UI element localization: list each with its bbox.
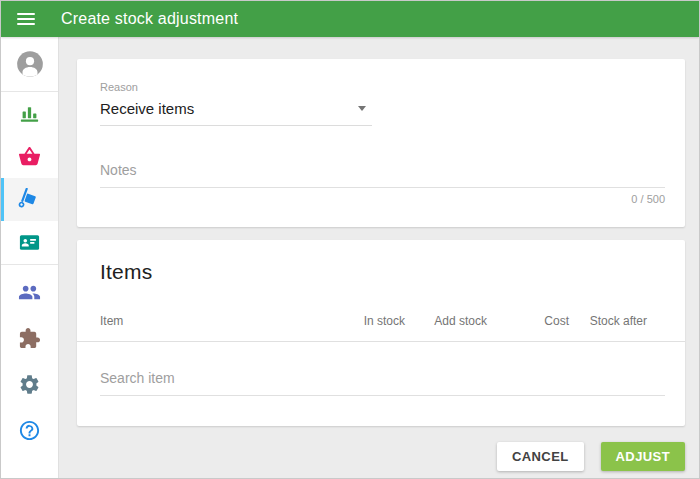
contact-card-icon [18, 231, 41, 254]
sidebar-item-account[interactable] [1, 37, 58, 92]
sidebar-item-apps[interactable] [1, 315, 58, 361]
notes-char-counter: 0 / 500 [100, 193, 665, 205]
gear-icon [18, 373, 41, 396]
sidebar-item-settings[interactable] [1, 361, 58, 407]
hamburger-menu-icon[interactable] [17, 13, 35, 25]
table-header-divider [77, 341, 685, 342]
hand-truck-icon [18, 188, 41, 211]
reason-select[interactable]: Reason Receive items [100, 81, 372, 126]
notes-input[interactable] [100, 158, 665, 188]
sidebar-item-reports[interactable] [1, 92, 58, 135]
page-title: Create stock adjustment [61, 10, 238, 28]
sidebar-item-customers[interactable] [1, 221, 58, 264]
sidebar-item-inventory-selected[interactable] [1, 178, 58, 221]
column-header-cost: Cost [487, 314, 569, 328]
adjustment-form-card: Reason Receive items 0 / 500 [77, 59, 685, 227]
items-card: Items Item In stock Add stock Cost Stock… [77, 240, 685, 426]
app-window: Create stock adjustment [1, 1, 699, 478]
sidebar-item-help[interactable] [1, 407, 58, 453]
people-icon [18, 281, 41, 304]
search-item-input[interactable] [100, 366, 665, 396]
reason-label: Reason [100, 81, 372, 93]
sidebar-item-items[interactable] [1, 135, 58, 178]
action-bar: CANCEL ADJUST [77, 442, 685, 478]
reason-value: Receive items [100, 100, 194, 117]
column-header-in-stock: In stock [315, 314, 405, 328]
help-icon [18, 419, 41, 442]
sidebar-item-employees[interactable] [1, 269, 58, 315]
column-header-add-stock: Add stock [405, 314, 487, 328]
chevron-down-icon [358, 106, 366, 111]
cancel-button[interactable]: CANCEL [497, 442, 584, 471]
top-bar: Create stock adjustment [1, 1, 699, 37]
account-icon [16, 50, 44, 78]
bar-chart-icon [18, 102, 41, 125]
column-header-item: Item [100, 314, 315, 328]
items-section-title: Items [100, 260, 665, 284]
column-header-stock-after: Stock after [569, 314, 647, 328]
content-area: Reason Receive items 0 / 500 Items Item … [59, 37, 699, 478]
items-table-header: Item In stock Add stock Cost Stock after [100, 314, 665, 328]
adjust-button[interactable]: ADJUST [601, 442, 685, 471]
sidebar [1, 37, 59, 478]
puzzle-icon [18, 327, 41, 350]
basket-icon [18, 145, 41, 168]
